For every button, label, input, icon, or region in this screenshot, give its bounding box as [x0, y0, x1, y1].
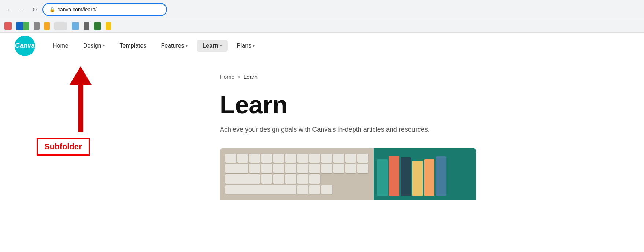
key [309, 164, 320, 173]
nav-links: Home Design ▾ Templates Features ▾ Learn… [47, 40, 261, 52]
bookmark-item-8[interactable] [94, 22, 101, 30]
bookmark-item-5[interactable] [54, 22, 67, 30]
key [285, 164, 296, 173]
key [225, 164, 248, 173]
url-text: canva.com/learn/ [58, 7, 97, 12]
key [273, 154, 284, 163]
key [285, 174, 296, 183]
left-panel: Subfolder [0, 59, 190, 242]
content-area: Subfolder Home > Learn Learn Achieve you… [0, 59, 644, 242]
nav-design[interactable]: Design ▾ [77, 40, 111, 52]
keyboard-image [220, 148, 374, 200]
key [261, 174, 272, 183]
book-1 [377, 159, 388, 196]
key [309, 154, 320, 163]
breadcrumb-separator: > [237, 74, 241, 80]
nav-features[interactable]: Features ▾ [155, 40, 193, 52]
nav-learn[interactable]: Learn ▾ [197, 40, 228, 52]
book-2 [389, 156, 399, 196]
book-3 [401, 157, 411, 196]
key [273, 164, 284, 173]
logo-text: Canva [15, 42, 35, 50]
book-5 [424, 159, 434, 196]
key [309, 174, 320, 183]
key [321, 154, 332, 163]
bookmark-item-3[interactable] [34, 22, 40, 30]
site-nav: Canva Home Design ▾ Templates Features ▾… [0, 33, 644, 59]
book-6 [436, 156, 446, 196]
key [249, 164, 260, 173]
key [237, 154, 248, 163]
key [297, 174, 308, 183]
bookmarks-bar [0, 19, 644, 33]
svg-marker-1 [70, 66, 92, 85]
key [297, 164, 308, 173]
page-title: Learn [220, 91, 615, 118]
breadcrumb-current: Learn [244, 74, 258, 80]
chevron-down-icon: ▾ [186, 43, 188, 48]
key [249, 154, 260, 163]
key [357, 164, 368, 173]
key [321, 185, 332, 194]
key [261, 154, 272, 163]
chevron-down-icon: ▾ [220, 43, 222, 48]
lock-icon: 🔒 [49, 7, 55, 12]
book-4 [412, 161, 423, 196]
key [225, 174, 260, 183]
key [273, 174, 284, 183]
nav-home[interactable]: Home [47, 40, 74, 52]
chevron-down-icon: ▾ [103, 43, 105, 48]
breadcrumb: Home > Learn [220, 74, 615, 80]
browser-chrome: ← → ↻ 🔒 canva.com/learn/ [0, 0, 644, 19]
back-button[interactable]: ← [4, 4, 15, 15]
address-bar[interactable]: 🔒 canva.com/learn/ [42, 3, 167, 16]
key [345, 154, 356, 163]
books-image [374, 148, 476, 200]
key [261, 164, 272, 173]
canva-logo[interactable]: Canva [15, 36, 35, 56]
annotation-container: Subfolder [7, 66, 183, 235]
reload-button[interactable]: ↻ [29, 4, 40, 15]
bookmark-item-1[interactable] [4, 22, 12, 30]
breadcrumb-home[interactable]: Home [220, 74, 234, 80]
bookmark-item-6[interactable] [72, 22, 79, 30]
bookmark-item-4[interactable] [44, 22, 50, 30]
key [225, 154, 236, 163]
red-arrow-annotation [66, 66, 95, 147]
subfolder-label: Subfolder [37, 138, 90, 156]
key [333, 154, 344, 163]
key [345, 164, 356, 173]
site-wrapper: Canva Home Design ▾ Templates Features ▾… [0, 33, 644, 242]
bookmark-item-2[interactable] [16, 22, 29, 30]
nav-plans[interactable]: Plans ▾ [231, 40, 261, 52]
right-content: Home > Learn Learn Achieve your design g… [190, 59, 644, 242]
key [309, 185, 320, 194]
bookmark-item-9[interactable] [106, 22, 111, 30]
hero-image [220, 148, 476, 200]
key [333, 164, 344, 173]
chevron-down-icon: ▾ [253, 43, 255, 48]
bookmark-item-7[interactable] [84, 22, 89, 30]
forward-button[interactable]: → [17, 4, 27, 15]
key [297, 185, 308, 194]
key [285, 154, 296, 163]
browser-nav-buttons: ← → ↻ [4, 4, 40, 15]
key [357, 154, 368, 163]
page-subtitle: Achieve your design goals with Canva's i… [220, 126, 615, 134]
key [225, 185, 296, 194]
key [321, 164, 332, 173]
key [297, 154, 308, 163]
nav-templates[interactable]: Templates [114, 40, 152, 52]
